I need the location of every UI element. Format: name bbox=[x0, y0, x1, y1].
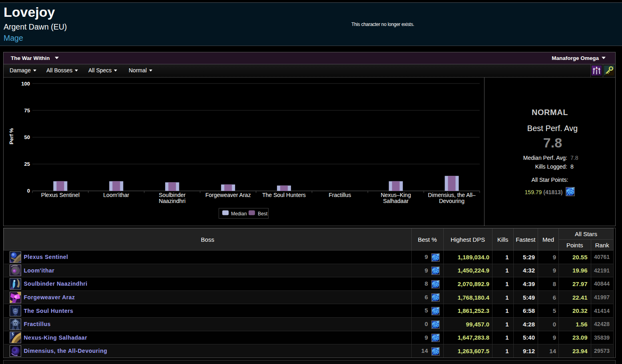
svg-text:Dimensius, the All–: Dimensius, the All– bbox=[428, 192, 476, 198]
svg-text:100: 100 bbox=[21, 81, 30, 87]
svg-text:Plexus Sentinel: Plexus Sentinel bbox=[41, 192, 80, 198]
svg-text:Soulbinder: Soulbinder bbox=[159, 192, 185, 198]
svg-text:Perf %: Perf % bbox=[8, 128, 14, 144]
svg-text:Median: Median bbox=[231, 211, 247, 217]
svg-text:50: 50 bbox=[24, 134, 30, 140]
svg-text:25: 25 bbox=[24, 161, 30, 167]
svg-text:Salhadaar: Salhadaar bbox=[383, 198, 409, 204]
svg-text:Fractillus: Fractillus bbox=[329, 192, 351, 198]
svg-text:Nexus–King: Nexus–King bbox=[381, 192, 411, 198]
svg-text:Forgeweaver Araz: Forgeweaver Araz bbox=[205, 192, 251, 198]
svg-text:75: 75 bbox=[24, 107, 30, 113]
svg-text:Naazindhri: Naazindhri bbox=[159, 198, 185, 204]
svg-text:The Soul Hunters: The Soul Hunters bbox=[262, 192, 306, 198]
svg-text:Devouring: Devouring bbox=[439, 198, 465, 204]
svg-text:Best: Best bbox=[258, 211, 268, 217]
svg-text:0: 0 bbox=[27, 188, 30, 194]
svg-text:Loom'ithar: Loom'ithar bbox=[103, 192, 129, 198]
